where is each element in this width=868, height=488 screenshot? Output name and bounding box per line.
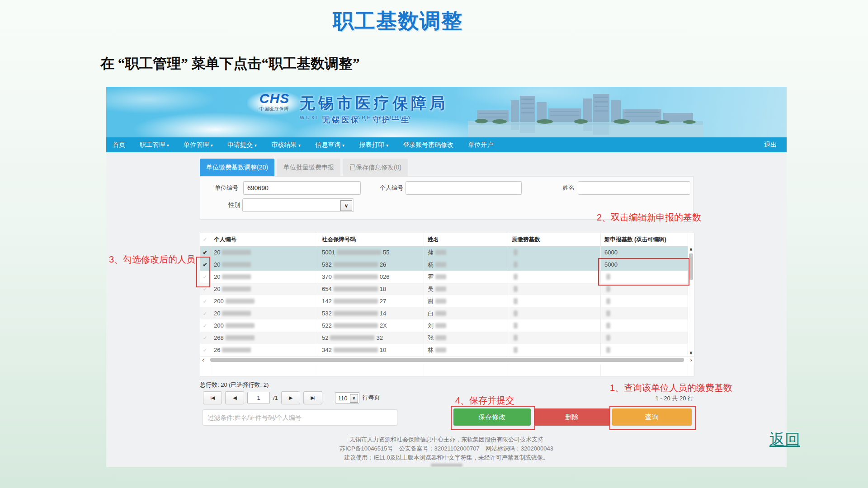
redacted-text — [514, 310, 518, 316]
table-row[interactable]: ✓2685232张 — [200, 332, 688, 344]
cell-personal-id: 20 — [210, 271, 318, 283]
redacted-text — [435, 250, 446, 255]
save-button[interactable]: 保存修改 — [453, 408, 531, 426]
cell-name: 蒲 — [424, 246, 508, 258]
redacted-text — [606, 310, 610, 316]
header-personal-id: 个人编号 — [210, 233, 318, 246]
scroll-up-icon[interactable]: ∧ — [689, 246, 693, 253]
pager: |◀ ◀ /1 ▶ ▶| 110 ∨ 行每页 — [203, 391, 380, 404]
nav-item-登录账号密码修改[interactable]: 登录账号密码修改 — [403, 141, 453, 149]
table-row[interactable]: ✓2065418吴 — [200, 283, 688, 295]
cell-ssn: 5222X — [318, 319, 424, 332]
gender-select[interactable]: ∨ — [242, 198, 354, 212]
nav-logout[interactable]: 退出 — [764, 141, 777, 149]
row-checkbox[interactable]: ✓ — [200, 271, 210, 283]
building-image — [468, 87, 703, 137]
pager-prev-button[interactable]: ◀ — [225, 391, 244, 404]
nav-item-信息查询[interactable]: 信息查询▾ — [315, 141, 344, 149]
cell-new-base[interactable] — [601, 332, 688, 344]
row-checkbox[interactable]: ✓ — [200, 307, 210, 319]
table-footer-strip — [200, 364, 694, 376]
table-row[interactable]: ✓20014227谢 — [200, 295, 688, 307]
pager-last-button[interactable]: ▶| — [303, 391, 322, 404]
person-id-input[interactable] — [406, 181, 522, 195]
header-checkbox-icon[interactable]: ✓ — [200, 233, 210, 246]
cell-original-base — [508, 332, 601, 344]
filter-input[interactable] — [203, 409, 397, 426]
vertical-scroll-thumb[interactable] — [689, 253, 693, 280]
row-checkbox[interactable]: ✔ — [200, 246, 210, 258]
nav-item-label: 报表打印 — [359, 141, 384, 149]
nav-item-职工管理[interactable]: 职工管理▾ — [140, 141, 169, 149]
table-row[interactable]: ✓20370026霍 — [200, 271, 688, 283]
scroll-down-icon[interactable]: ∨ — [689, 350, 693, 356]
name-label: 姓名 — [551, 181, 575, 195]
table-row[interactable]: ✓2053214白 — [200, 307, 688, 319]
nav-item-首页[interactable]: 首页 — [113, 141, 125, 149]
cell-ssn: 370026 — [318, 271, 424, 283]
row-checkbox[interactable]: ✓ — [200, 283, 210, 295]
row-checkbox[interactable]: ✓ — [200, 295, 210, 307]
header-new-base: 新申报基数 (双击可编辑) — [601, 233, 688, 246]
page: 职工基数调整 在 “职工管理” 菜单下点击“职工基数调整” — [0, 0, 868, 488]
cell-new-base[interactable] — [601, 319, 688, 332]
cell-new-base[interactable]: 5000 — [601, 258, 688, 271]
horizontal-scroll-thumb[interactable] — [210, 358, 684, 362]
nav-item-审核结果[interactable]: 审核结果▾ — [271, 141, 301, 149]
row-checkbox[interactable]: ✓ — [200, 344, 210, 356]
pager-next-button[interactable]: ▶ — [281, 391, 300, 404]
instruction-text: 在 “职工管理” 菜单下点击“职工基数调整” — [100, 54, 360, 73]
cell-new-base[interactable] — [601, 283, 688, 295]
row-checkbox[interactable]: ✓ — [200, 319, 210, 332]
tab[interactable]: 单位缴费基数调整(20) — [200, 159, 274, 176]
delete-button[interactable]: 删除 — [534, 408, 610, 426]
name-input[interactable] — [578, 181, 690, 195]
redacted-text — [222, 286, 251, 291]
redacted-text — [514, 347, 518, 353]
tab[interactable]: 已保存信息修改(0) — [343, 159, 408, 176]
back-link[interactable]: 返回 — [769, 429, 800, 450]
pager-first-button[interactable]: |◀ — [203, 391, 222, 404]
per-page-select[interactable]: 110 ∨ — [335, 392, 359, 404]
scroll-left-icon[interactable]: ‹ — [202, 357, 204, 363]
chs-logo: CHS 中国医疗保障 — [247, 91, 302, 115]
cell-name: 林 — [424, 344, 508, 356]
query-button[interactable]: 查询 — [612, 408, 692, 426]
tab[interactable]: 单位批量缴费申报 — [277, 159, 340, 176]
redacted-text — [226, 323, 255, 328]
horizontal-scrollbar[interactable]: ‹ › — [200, 356, 694, 364]
navbar-items: 首页职工管理▾单位管理▾申请提交▾审核结果▾信息查询▾报表打印▾登录账号密码修改… — [113, 141, 493, 149]
cell-personal-id: 26 — [210, 344, 318, 356]
redacted-text — [606, 323, 610, 328]
cell-new-base[interactable]: 6000 — [601, 246, 688, 258]
nav-item-报表打印[interactable]: 报表打印▾ — [359, 141, 388, 149]
select-arrow-icon[interactable]: ∨ — [350, 394, 358, 403]
nav-item-申请提交[interactable]: 申请提交▾ — [227, 141, 257, 149]
table-row[interactable]: ✔2053226杨5000 — [200, 258, 688, 271]
scroll-right-icon[interactable]: › — [690, 357, 692, 363]
select-arrow-icon[interactable]: ∨ — [340, 200, 352, 211]
unit-id-input[interactable] — [243, 181, 361, 195]
table-row[interactable]: ✔20500155蒲6000 — [200, 246, 688, 258]
nav-item-单位开户[interactable]: 单位开户 — [468, 141, 493, 149]
table-row[interactable]: ✓2005222X刘 — [200, 319, 688, 332]
cell-original-base — [508, 271, 601, 283]
redacted-text — [226, 335, 255, 340]
cell-new-base[interactable] — [601, 295, 688, 307]
footer-cutoff-text — [431, 464, 462, 467]
chs-logo-subtext: 中国医疗保障 — [247, 106, 302, 112]
cell-new-base[interactable] — [601, 307, 688, 319]
vertical-scrollbar[interactable]: ∧ ∨ — [688, 246, 694, 356]
header-ssn: 社会保障号码 — [318, 233, 424, 246]
page-total-text: /1 — [273, 394, 278, 401]
cell-personal-id: 20 — [210, 246, 318, 258]
row-checkbox[interactable]: ✔ — [200, 258, 210, 271]
redacted-text — [222, 347, 251, 352]
cell-new-base[interactable] — [601, 271, 688, 283]
nav-item-单位管理[interactable]: 单位管理▾ — [184, 141, 213, 149]
page-number-input[interactable] — [247, 392, 270, 404]
table-row[interactable]: ✓2634210林 — [200, 344, 688, 356]
cell-personal-id: 200 — [210, 319, 318, 332]
row-checkbox[interactable]: ✓ — [200, 332, 210, 344]
cell-new-base[interactable] — [601, 344, 688, 356]
